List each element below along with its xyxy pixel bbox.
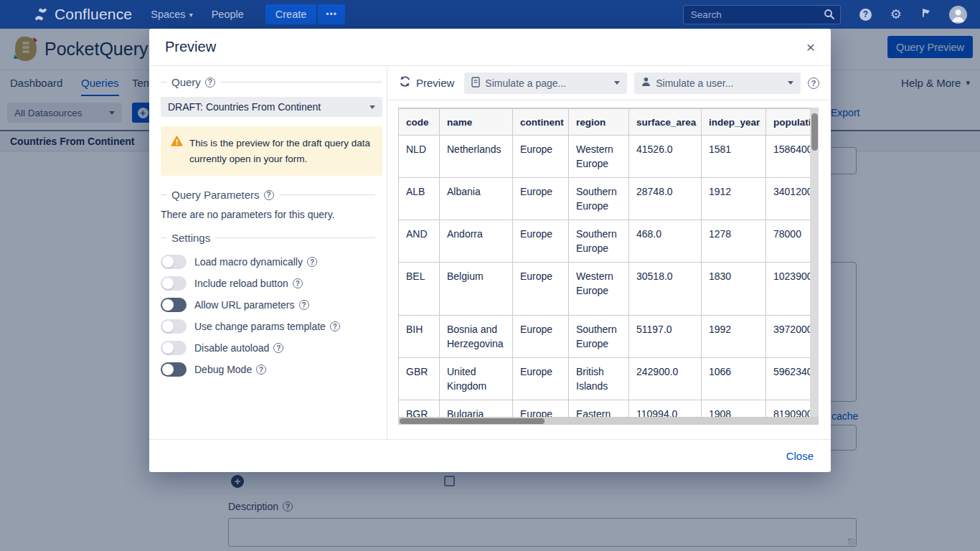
horizontal-scrollbar-thumb[interactable] bbox=[400, 418, 545, 424]
settings-menu-button[interactable]: ⚙ bbox=[890, 8, 902, 21]
table-cell: 41526.0 bbox=[629, 136, 702, 178]
toggle-label: Disable autoload? bbox=[194, 342, 283, 354]
table-cell: Western Europe bbox=[569, 263, 629, 316]
notifications-button[interactable] bbox=[920, 7, 932, 22]
question-mark-icon[interactable]: ? bbox=[264, 190, 274, 200]
create-button[interactable]: Create bbox=[265, 4, 317, 24]
search-input[interactable] bbox=[683, 5, 841, 24]
notification-flag-icon bbox=[920, 7, 932, 22]
column-header-indep_year: indep_year bbox=[702, 109, 766, 136]
preview-toolbar: Preview Simulate a page... bbox=[387, 66, 831, 100]
close-button[interactable]: Close bbox=[786, 450, 814, 462]
toggle-label: Use change params template? bbox=[194, 321, 340, 332]
table-row: BGRBulgariaEuropeEastern Europe110994.01… bbox=[399, 400, 811, 418]
gear-icon: ⚙ bbox=[890, 8, 902, 21]
preview-help-icon[interactable]: ? bbox=[808, 77, 819, 89]
simulate-user-select[interactable]: Simulate a user... bbox=[634, 72, 801, 94]
table-cell: 1830 bbox=[702, 263, 766, 316]
toggle-switch[interactable] bbox=[161, 276, 187, 291]
chevron-down-icon: ▾ bbox=[189, 11, 193, 19]
table-cell: Andorra bbox=[440, 220, 513, 263]
create-more-button[interactable]: ••• bbox=[318, 4, 345, 24]
help-menu-button[interactable]: ? bbox=[859, 9, 872, 21]
toggle-label: Load macro dynamically? bbox=[194, 256, 317, 268]
column-header-code: code bbox=[399, 109, 440, 136]
table-cell: 1908 bbox=[702, 400, 766, 418]
confluence-home-link[interactable]: Confluence bbox=[33, 6, 132, 23]
toggle-label: Debug Mode? bbox=[194, 364, 266, 375]
close-icon[interactable]: × bbox=[806, 39, 815, 55]
toggle-label: Include reload button? bbox=[194, 278, 303, 289]
table-cell: British Islands bbox=[569, 358, 629, 400]
horizontal-scrollbar[interactable] bbox=[398, 417, 819, 425]
preview-options-panel: Query ? DRAFT: Countries From Continent bbox=[149, 66, 387, 439]
toggle-knob bbox=[162, 321, 174, 332]
simulate-page-select[interactable]: Simulate a page... bbox=[464, 72, 627, 94]
user-icon bbox=[641, 77, 651, 89]
brand-name: Confluence bbox=[55, 6, 132, 23]
toggle-label: Allow URL parameters? bbox=[194, 299, 309, 311]
question-mark-icon[interactable]: ? bbox=[256, 364, 266, 375]
nav-item-people[interactable]: People bbox=[212, 9, 244, 20]
query-section-label: Query bbox=[171, 76, 201, 88]
toggle-switch[interactable] bbox=[161, 255, 187, 269]
question-mark-icon[interactable]: ? bbox=[205, 77, 215, 88]
table-cell: NLD bbox=[399, 136, 440, 178]
modal-title: Preview bbox=[165, 39, 216, 55]
table-cell: BGR bbox=[399, 400, 440, 418]
column-header-continent: continent bbox=[513, 109, 569, 136]
table-cell: Netherlands bbox=[440, 136, 513, 178]
caret-down-icon bbox=[614, 81, 620, 85]
table-cell: Belgium bbox=[440, 263, 513, 316]
draft-warning: This is the preview for the draft query … bbox=[161, 126, 382, 176]
settings-toggle-list: Load macro dynamically?Include reload bu… bbox=[161, 255, 375, 377]
table-cell: 468.0 bbox=[629, 220, 702, 263]
preview-modal: Preview × Query ? DRAFT: Countries From … bbox=[149, 29, 831, 472]
preview-result-panel: Preview Simulate a page... bbox=[387, 66, 831, 439]
table-cell: Europe bbox=[513, 220, 569, 263]
question-mark-icon[interactable]: ? bbox=[273, 343, 283, 353]
question-mark-icon[interactable]: ? bbox=[330, 321, 340, 331]
nav-item-spaces[interactable]: Spaces ▾ bbox=[151, 9, 192, 20]
toggle-knob bbox=[162, 256, 174, 268]
toggle-switch[interactable] bbox=[161, 362, 187, 377]
table-cell: BEL bbox=[399, 263, 440, 316]
toggle-switch[interactable] bbox=[161, 341, 187, 355]
table-cell: 3972000 bbox=[766, 316, 811, 358]
warning-icon bbox=[171, 136, 183, 166]
table-cell: Europe bbox=[513, 136, 569, 178]
table-cell: Bulgaria bbox=[440, 400, 513, 418]
preview-table-body: NLDNetherlandsEuropeWestern Europe41526.… bbox=[399, 136, 811, 418]
no-parameters-text: There are no parameters for this query. bbox=[161, 209, 375, 220]
top-navbar: Confluence Spaces ▾ People Create ••• ? bbox=[0, 0, 980, 29]
refresh-preview-button[interactable]: Preview bbox=[399, 75, 454, 90]
toggle-knob bbox=[162, 299, 174, 311]
table-cell: Southern Europe bbox=[569, 178, 629, 220]
table-cell: Europe bbox=[513, 358, 569, 400]
table-row: NLDNetherlandsEuropeWestern Europe41526.… bbox=[399, 136, 811, 178]
table-cell: ALB bbox=[399, 178, 440, 220]
table-cell: Albania bbox=[440, 178, 513, 220]
user-avatar[interactable] bbox=[949, 6, 967, 24]
toggle-switch[interactable] bbox=[161, 319, 187, 334]
table-cell: 1278 bbox=[702, 220, 766, 263]
table-cell: 242900.0 bbox=[629, 358, 702, 400]
table-cell: 1581 bbox=[702, 136, 766, 178]
table-cell: Eastern Europe bbox=[569, 400, 629, 418]
query-select[interactable]: DRAFT: Countries From Continent bbox=[161, 97, 382, 117]
result-table: codenamecontinentregionsurface_areaindep… bbox=[398, 108, 810, 417]
toggle-switch[interactable] bbox=[161, 298, 187, 312]
column-header-surface_area: surface_area bbox=[629, 109, 702, 136]
question-mark-icon[interactable]: ? bbox=[299, 300, 309, 310]
result-table-container: codenamecontinentregionsurface_areaindep… bbox=[398, 108, 819, 425]
question-mark-icon[interactable]: ? bbox=[293, 278, 303, 288]
setting-row: Load macro dynamically? bbox=[161, 255, 375, 269]
warning-text: This is the preview for the draft query … bbox=[189, 136, 372, 166]
question-mark-icon[interactable]: ? bbox=[307, 257, 317, 267]
vertical-scrollbar[interactable] bbox=[810, 108, 819, 417]
screen: Confluence Spaces ▾ People Create ••• ? bbox=[0, 0, 980, 551]
vertical-scrollbar-thumb[interactable] bbox=[811, 113, 818, 151]
table-cell: Europe bbox=[513, 178, 569, 220]
search-box[interactable] bbox=[683, 5, 841, 24]
table-header-row: codenamecontinentregionsurface_areaindep… bbox=[399, 109, 811, 136]
